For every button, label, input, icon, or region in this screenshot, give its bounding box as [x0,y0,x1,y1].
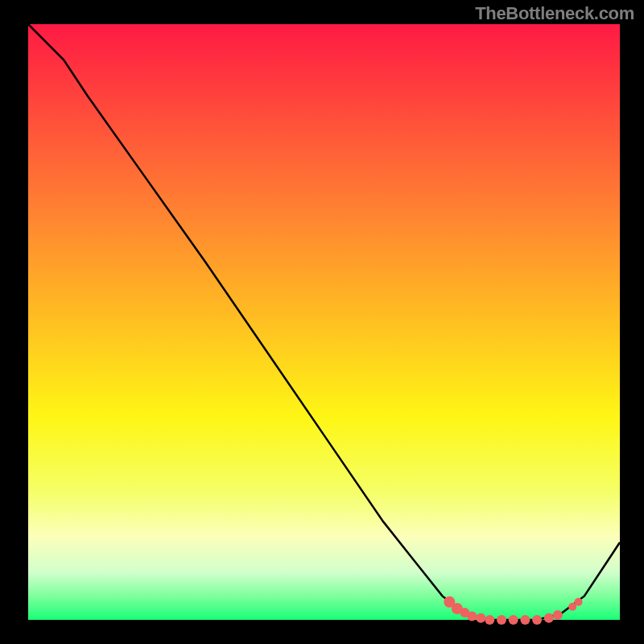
bottleneck-chart: TheBottleneck.com [0,0,644,644]
plot-svg [0,0,644,644]
curve-marker [575,598,583,606]
plot-background [28,24,620,620]
curve-marker [532,615,542,625]
curve-marker [485,615,494,625]
curve-marker [520,615,530,625]
curve-marker [553,610,563,620]
curve-marker [476,613,485,623]
watermark-text: TheBottleneck.com [475,3,634,24]
curve-marker [497,615,506,625]
curve-marker [544,613,554,623]
curve-marker [509,615,518,625]
curve-marker [467,612,477,621]
